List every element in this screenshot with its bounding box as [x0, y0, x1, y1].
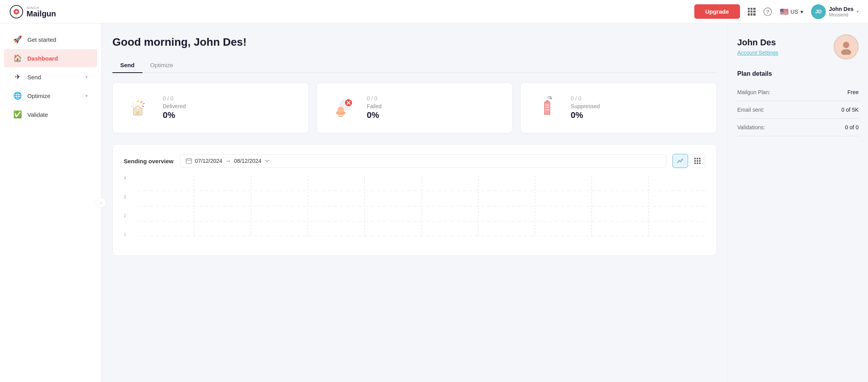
center-panel: Good morning, John Des! SendOptimize 0 /…: [101, 23, 727, 382]
dashboard-nav-icon: 🏠: [13, 54, 22, 62]
account-settings-link[interactable]: Account Settings: [737, 50, 778, 56]
chart-grid-button[interactable]: [690, 154, 705, 168]
user-dropdown[interactable]: JD John Des Moosend ▾: [811, 4, 859, 19]
tab-send[interactable]: Send: [112, 58, 142, 73]
svg-point-6: [137, 100, 139, 102]
svg-point-2: [15, 11, 17, 12]
chart-y-label: 4: [124, 176, 135, 180]
plan-row-label: Email sent:: [737, 107, 764, 113]
grid-view-icon: [694, 158, 701, 164]
user-name: John Des: [829, 6, 854, 12]
delivered-fraction: 0 / 0: [163, 95, 297, 102]
sidebar-item-optimize[interactable]: 🌐 Optimize ▾: [4, 87, 97, 105]
plan-row-value: 0 of 0: [845, 124, 859, 130]
sidebar-nav: 🚀 Get started 🏠 Dashboard ✈ Send ▾ 🌐 Opt…: [0, 23, 101, 382]
plan-row: Email sent: 0 of 5K: [737, 101, 859, 119]
optimize-nav-icon: 🌐: [13, 91, 22, 100]
upgrade-button[interactable]: Upgrade: [694, 4, 740, 19]
failed-percent: 0%: [367, 110, 502, 120]
plan-rows: Mailgun Plan: Free Email sent: 0 of 5K V…: [737, 84, 859, 136]
date-from: 07/12/2024: [195, 158, 222, 164]
user-card-name: John Des: [737, 37, 827, 48]
chart-y-label: 3: [124, 195, 135, 199]
flag-icon: 🇺🇸: [780, 7, 788, 16]
svg-text:?: ?: [766, 9, 769, 15]
chart-line-button[interactable]: [672, 154, 688, 168]
delivered-illustration: [124, 92, 155, 123]
calendar-icon: [186, 158, 192, 164]
chart-canvas: 1234: [124, 176, 705, 246]
plan-title: Plan details: [737, 70, 859, 77]
chart-y-label: 1: [124, 232, 135, 237]
send-nav-label: Send: [27, 74, 80, 80]
suppressed-label: Suppressed: [571, 103, 705, 109]
stats-row: 0 / 0 Delivered 0% 0 / 0 Failed 0% 0 / 0: [112, 82, 717, 133]
stat-card-delivered: 0 / 0 Delivered 0%: [112, 82, 309, 133]
stat-card-failed: 0 / 0 Failed 0%: [317, 82, 513, 133]
stat-card-suppressed: 0 / 0 Suppressed 0%: [520, 82, 717, 133]
logo-icon: [9, 5, 23, 19]
plan-section: Plan details Mailgun Plan: Free Email se…: [737, 70, 859, 136]
date-range-picker[interactable]: 07/12/2024 → 08/12/2024: [180, 154, 666, 168]
language-selector[interactable]: 🇺🇸 US ▾: [780, 7, 803, 16]
sidebar-item-validate[interactable]: ✅ Validate: [4, 105, 97, 123]
delivered-percent: 0%: [163, 110, 297, 120]
plan-row: Validations: 0 of 0: [737, 119, 859, 136]
user-card: John Des Account Settings: [737, 34, 859, 59]
delivered-label: Delivered: [163, 103, 297, 109]
chart-y-label: 2: [124, 213, 135, 218]
app-header: SINCH Mailgun Upgrade ? 🇺🇸 US ▾ JD: [0, 0, 868, 23]
sidebar: ‹ 🚀 Get started 🏠 Dashboard ✈ Send ▾ 🌐 O…: [0, 23, 101, 382]
chart-header: Sending overview 07/12/2024 → 08/12/2024: [124, 154, 705, 168]
logo: SINCH Mailgun: [9, 5, 95, 19]
suppressed-percent: 0%: [571, 110, 705, 120]
plan-row: Mailgun Plan: Free: [737, 84, 859, 101]
plan-row-value: 0 of 5K: [841, 107, 859, 113]
failed-illustration: [328, 92, 359, 123]
lang-label: US: [791, 9, 798, 15]
svg-point-10: [338, 107, 344, 113]
avatar-icon: [838, 39, 854, 55]
optimize-chevron-icon: ▾: [85, 93, 88, 98]
send-chevron-icon: ▾: [85, 75, 88, 80]
date-arrow: →: [226, 158, 231, 164]
chart-plot: [137, 176, 705, 237]
date-chevron-icon: [265, 159, 269, 163]
line-chart-icon: [677, 157, 684, 164]
logo-sinch: SINCH: [27, 6, 56, 10]
user-org: Moosend: [829, 12, 854, 18]
chart-y-axis: 1234: [124, 176, 135, 237]
chart-type-buttons: [672, 154, 705, 168]
validate-nav-label: Validate: [27, 111, 88, 118]
svg-rect-11: [186, 159, 192, 164]
date-to: 08/12/2024: [234, 158, 261, 164]
chart-section: Sending overview 07/12/2024 → 08/12/2024: [112, 144, 717, 256]
tab-optimize[interactable]: Optimize: [142, 58, 181, 73]
apps-grid-button[interactable]: [748, 8, 756, 16]
sidebar-item-get-started[interactable]: 🚀 Get started: [4, 30, 97, 48]
failed-fraction: 0 / 0: [367, 95, 502, 102]
help-button[interactable]: ?: [763, 7, 772, 16]
sidebar-collapse-button[interactable]: ‹: [96, 197, 107, 208]
suppressed-fraction: 0 / 0: [571, 95, 705, 102]
greeting-heading: Good morning, John Des!: [112, 36, 717, 48]
main-content: Good morning, John Des! SendOptimize 0 /…: [101, 23, 868, 382]
content-area: Good morning, John Des! SendOptimize 0 /…: [101, 23, 868, 382]
failed-label: Failed: [367, 103, 502, 109]
svg-point-26: [841, 49, 851, 55]
get-started-nav-label: Get started: [27, 36, 88, 43]
lang-chevron-icon: ▾: [800, 9, 803, 15]
sidebar-item-dashboard[interactable]: 🏠 Dashboard: [4, 49, 97, 67]
svg-point-25: [843, 42, 849, 48]
get-started-nav-icon: 🚀: [13, 35, 22, 44]
validate-nav-icon: ✅: [13, 110, 22, 119]
send-nav-icon: ✈: [13, 73, 22, 81]
suppressed-illustration: [532, 92, 563, 123]
chart-title: Sending overview: [124, 158, 174, 164]
user-dropdown-chevron-icon: ▾: [857, 9, 859, 14]
user-card-avatar: [834, 34, 859, 59]
user-avatar: JD: [811, 4, 826, 19]
sidebar-item-send[interactable]: ✈ Send ▾: [4, 68, 97, 86]
grid-icon: [748, 8, 756, 16]
plan-row-label: Validations:: [737, 124, 765, 130]
